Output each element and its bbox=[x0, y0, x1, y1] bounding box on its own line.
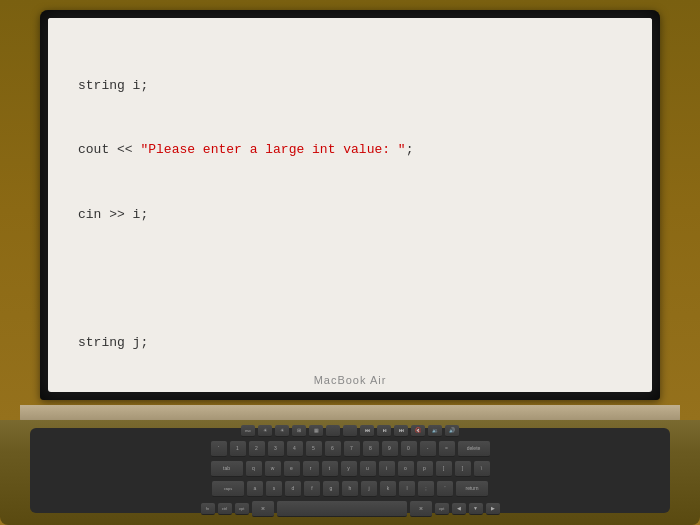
key-equals[interactable]: = bbox=[439, 441, 455, 457]
key-backtick[interactable]: ` bbox=[211, 441, 227, 457]
key-f9[interactable]: ⏭ bbox=[394, 425, 408, 437]
key-fn[interactable]: fn bbox=[201, 503, 215, 515]
key-d[interactable]: d bbox=[285, 481, 301, 497]
key-0[interactable]: 0 bbox=[401, 441, 417, 457]
key-6[interactable]: 6 bbox=[325, 441, 341, 457]
key-f11[interactable]: 🔉 bbox=[428, 425, 442, 437]
key-f8[interactable]: ⏯ bbox=[377, 425, 391, 437]
key-y[interactable]: y bbox=[341, 461, 357, 477]
key-space[interactable] bbox=[277, 501, 407, 517]
key-r[interactable]: r bbox=[303, 461, 319, 477]
key-l[interactable]: l bbox=[399, 481, 415, 497]
key-g[interactable]: g bbox=[323, 481, 339, 497]
key-f[interactable]: f bbox=[304, 481, 320, 497]
key-5[interactable]: 5 bbox=[306, 441, 322, 457]
key-arrow-down[interactable]: ▼ bbox=[469, 503, 483, 515]
laptop-outer: string i; cout << "Please enter a large … bbox=[0, 0, 700, 525]
key-t[interactable]: t bbox=[322, 461, 338, 477]
key-e[interactable]: e bbox=[284, 461, 300, 477]
key-lbracket[interactable]: [ bbox=[436, 461, 452, 477]
key-rbracket[interactable]: ] bbox=[455, 461, 471, 477]
screen: string i; cout << "Please enter a large … bbox=[48, 18, 652, 392]
key-2[interactable]: 2 bbox=[249, 441, 265, 457]
key-backslash[interactable]: \ bbox=[474, 461, 490, 477]
key-arrow-left[interactable]: ◀ bbox=[452, 503, 466, 515]
key-semicolon[interactable]: ; bbox=[418, 481, 434, 497]
key-j[interactable]: j bbox=[361, 481, 377, 497]
key-delete[interactable]: delete bbox=[458, 441, 490, 457]
key-arrow-right[interactable]: ▶ bbox=[486, 503, 500, 515]
key-1[interactable]: 1 bbox=[230, 441, 246, 457]
key-f3[interactable]: ⊞ bbox=[292, 425, 306, 437]
code-area: string i; cout << "Please enter a large … bbox=[48, 18, 652, 370]
key-return[interactable]: return bbox=[456, 481, 488, 497]
key-tab[interactable]: tab bbox=[211, 461, 243, 477]
key-option-right[interactable]: opt bbox=[435, 503, 449, 515]
key-minus[interactable]: - bbox=[420, 441, 436, 457]
screen-bezel: string i; cout << "Please enter a large … bbox=[40, 10, 660, 400]
key-option[interactable]: opt bbox=[235, 503, 249, 515]
key-ctrl[interactable]: ctrl bbox=[218, 503, 232, 515]
key-a[interactable]: a bbox=[247, 481, 263, 497]
key-f7[interactable]: ⏮ bbox=[360, 425, 374, 437]
key-9[interactable]: 9 bbox=[382, 441, 398, 457]
keyboard: esc ☀ ☀ ⊞ ▦ ⏮ ⏯ ⏭ 🔇 🔉 🔊 ` 1 2 3 4 bbox=[30, 428, 670, 513]
key-o[interactable]: o bbox=[398, 461, 414, 477]
key-f1[interactable]: ☀ bbox=[258, 425, 272, 437]
key-quote[interactable]: ' bbox=[437, 481, 453, 497]
key-f6[interactable] bbox=[343, 425, 357, 437]
key-row-fn: esc ☀ ☀ ⊞ ▦ ⏮ ⏯ ⏭ 🔇 🔉 🔊 bbox=[241, 425, 459, 437]
key-p[interactable]: p bbox=[417, 461, 433, 477]
key-f12[interactable]: 🔊 bbox=[445, 425, 459, 437]
key-s[interactable]: s bbox=[266, 481, 282, 497]
key-3[interactable]: 3 bbox=[268, 441, 284, 457]
key-f10[interactable]: 🔇 bbox=[411, 425, 425, 437]
key-k[interactable]: k bbox=[380, 481, 396, 497]
key-cmd-right[interactable]: ⌘ bbox=[410, 501, 432, 517]
key-f4[interactable]: ▦ bbox=[309, 425, 323, 437]
key-row-asdf: caps a s d f g h j k l ; ' return bbox=[212, 481, 488, 497]
key-w[interactable]: w bbox=[265, 461, 281, 477]
key-caps[interactable]: caps bbox=[212, 481, 244, 497]
key-h[interactable]: h bbox=[342, 481, 358, 497]
key-8[interactable]: 8 bbox=[363, 441, 379, 457]
key-7[interactable]: 7 bbox=[344, 441, 360, 457]
key-i[interactable]: i bbox=[379, 461, 395, 477]
keyboard-area: esc ☀ ☀ ⊞ ▦ ⏮ ⏯ ⏭ 🔇 🔉 🔊 ` 1 2 3 4 bbox=[0, 420, 700, 525]
key-row-qwerty: tab q w e r t y u i o p [ ] \ bbox=[211, 461, 490, 477]
macbook-brand-label: MacBook Air bbox=[314, 374, 387, 386]
key-4[interactable]: 4 bbox=[287, 441, 303, 457]
key-f2[interactable]: ☀ bbox=[275, 425, 289, 437]
key-q[interactable]: q bbox=[246, 461, 262, 477]
key-row-numbers: ` 1 2 3 4 5 6 7 8 9 0 - = delete bbox=[211, 441, 490, 457]
key-row-bottom: fn ctrl opt ⌘ ⌘ opt ◀ ▼ ▶ bbox=[201, 501, 500, 517]
key-u[interactable]: u bbox=[360, 461, 376, 477]
key-esc[interactable]: esc bbox=[241, 425, 255, 437]
key-f5[interactable] bbox=[326, 425, 340, 437]
key-cmd-left[interactable]: ⌘ bbox=[252, 501, 274, 517]
